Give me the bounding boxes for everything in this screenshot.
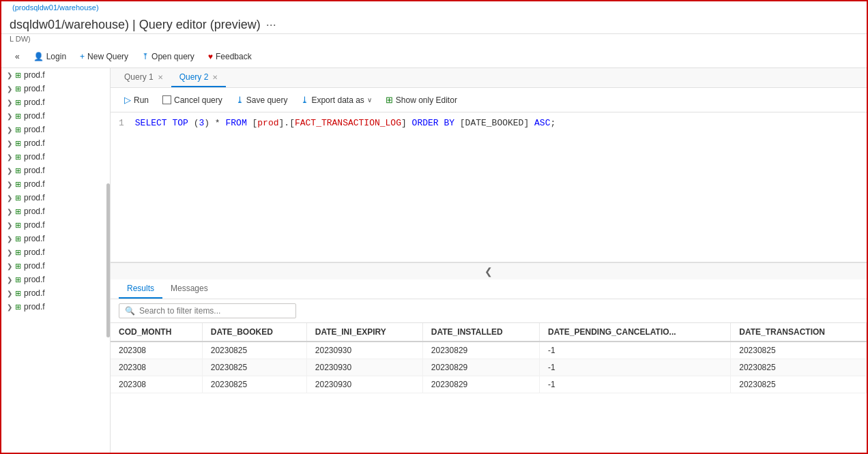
list-item[interactable]: ❯ ⊞ prod.f xyxy=(1,300,110,314)
list-item[interactable]: ❯ ⊞ prod.f xyxy=(1,177,110,191)
cell-date-booked-2: 20230825 xyxy=(202,359,306,376)
col-header-date-booked: DATE_BOOKED xyxy=(202,323,306,342)
app-window: (prodsqldw01/warehouse) dsqldw01/warehou… xyxy=(0,0,868,454)
table-icon: ⊞ xyxy=(15,303,21,312)
list-item[interactable]: ❯ ⊞ prod.f xyxy=(1,205,110,218)
list-item[interactable]: ❯ ⊞ prod.f xyxy=(1,123,110,136)
sidebar-item-label: prod.f xyxy=(24,125,45,134)
tab-close-icon[interactable]: ✕ xyxy=(158,74,163,81)
chevron-right-icon: ❯ xyxy=(7,208,12,215)
chevron-right-icon: ❯ xyxy=(7,303,12,311)
chevron-right-icon: ❯ xyxy=(7,126,12,134)
tab-query2[interactable]: Query 2 ✕ xyxy=(171,68,227,87)
run-button[interactable]: ▷ Run xyxy=(119,92,154,108)
tab-query1[interactable]: Query 1 ✕ xyxy=(116,68,171,87)
list-item[interactable]: ❯ ⊞ prod.f xyxy=(1,232,110,245)
download-icon: ⤓ xyxy=(236,95,244,105)
cell-date-transaction-3: 20230825 xyxy=(731,376,867,393)
list-item[interactable]: ❯ ⊞ prod.f xyxy=(1,82,110,95)
sql-asc: ASC xyxy=(534,118,550,128)
cell-date-pending-1: -1 xyxy=(540,342,731,359)
line-number: 1 xyxy=(119,118,124,128)
cell-date-installed-1: 20230829 xyxy=(422,342,539,359)
top-link[interactable]: (prodsqldw01/warehouse) xyxy=(7,1,104,14)
tab-close-icon2[interactable]: ✕ xyxy=(212,74,218,81)
tab-results[interactable]: Results xyxy=(119,279,162,299)
login-button[interactable]: 👤 Login xyxy=(28,49,72,64)
results-panel: Results Messages 🔍 xyxy=(111,279,867,453)
top-link-bar: (prodsqldw01/warehouse) xyxy=(1,1,867,14)
run-label: Run xyxy=(134,95,149,105)
sidebar-item-label: prod.f xyxy=(24,70,45,80)
show-editor-button[interactable]: ⊞ Show only Editor xyxy=(380,92,463,108)
save-query-button[interactable]: ⤓ Save query xyxy=(231,92,293,108)
tab-messages[interactable]: Messages xyxy=(162,279,216,299)
more-options-icon[interactable]: ··· xyxy=(266,18,276,32)
save-label: Save query xyxy=(246,95,288,105)
list-item[interactable]: ❯ ⊞ prod.f xyxy=(1,191,110,205)
list-item[interactable]: ❯ ⊞ prod.f xyxy=(1,164,110,177)
cell-date-ini-expiry-2: 20230930 xyxy=(306,359,422,376)
collapse-sidebar-button[interactable]: « xyxy=(10,49,25,64)
collapse-handle[interactable]: ❮ xyxy=(111,262,867,279)
cell-date-pending-3: -1 xyxy=(540,376,731,393)
upload-icon: ⤒ xyxy=(142,52,149,61)
list-item[interactable]: ❯ ⊞ prod.f xyxy=(1,286,110,300)
sidebar-item-label: prod.f xyxy=(24,234,45,243)
sql-table: FACT_TRANSACTION_LOG xyxy=(295,118,401,128)
search-input[interactable] xyxy=(139,306,289,316)
sidebar-item-label: prod.f xyxy=(24,288,45,298)
chevron-down-icon: ∨ xyxy=(367,96,372,104)
list-item[interactable]: ❯ ⊞ prod.f xyxy=(1,218,110,232)
sql-from: FROM xyxy=(225,118,246,128)
list-item[interactable]: ❯ ⊞ prod.f xyxy=(1,109,110,123)
cell-date-booked-3: 20230825 xyxy=(202,376,306,393)
sidebar-item-label: prod.f xyxy=(24,275,45,284)
top-toolbar: « 👤 Login + New Query ⤒ Open query ♥ Fee… xyxy=(1,46,867,68)
col-header-date-transaction: DATE_TRANSACTION xyxy=(731,323,867,342)
export-data-button[interactable]: ⤓ Export data as ∨ xyxy=(295,92,377,108)
table-icon: ⊞ xyxy=(15,98,21,107)
open-query-label: Open query xyxy=(151,52,194,61)
sidebar-item-label: prod.f xyxy=(24,97,45,107)
cell-cod-month-3: 202308 xyxy=(111,376,202,393)
sidebar-item-label: prod.f xyxy=(24,152,45,162)
table-icon: ⊞ xyxy=(15,180,21,189)
tab-query2-label: Query 2 xyxy=(179,72,209,82)
chevron-right-icon: ❯ xyxy=(7,262,12,270)
cell-cod-month-1: 202308 xyxy=(111,342,202,359)
list-item[interactable]: ❯ ⊞ prod.f xyxy=(1,68,110,82)
open-query-button[interactable]: ⤒ Open query xyxy=(136,49,200,64)
cancel-query-button[interactable]: Cancel query xyxy=(157,93,228,108)
table-icon: ⊞ xyxy=(15,262,21,271)
sidebar-item-label: prod.f xyxy=(24,179,45,189)
sql-editor[interactable]: 1SELECT TOP (3) * FROM [prod].[FACT_TRAN… xyxy=(111,112,867,262)
chevron-right-icon: ❯ xyxy=(7,85,12,93)
chevron-right-icon: ❯ xyxy=(7,290,12,297)
person-icon: 👤 xyxy=(33,52,44,61)
sidebar-item-label: prod.f xyxy=(24,84,45,93)
sidebar-scrollbar[interactable] xyxy=(106,183,110,337)
table-icon: ⊞ xyxy=(15,221,21,230)
export-label: Export data as xyxy=(311,95,364,105)
feedback-button[interactable]: ♥ Feedback xyxy=(203,49,257,64)
table-icon: ⊞ xyxy=(15,71,21,80)
chevron-right-icon: ❯ xyxy=(7,140,12,147)
play-icon: ▷ xyxy=(124,95,131,105)
table-icon: ⊞ xyxy=(15,85,21,93)
chevron-right-icon: ❯ xyxy=(7,167,12,175)
sidebar: ❯ ⊞ prod.f ❯ ⊞ prod.f ❯ ⊞ prod.f ❯ ⊞ pro… xyxy=(1,68,111,453)
list-item[interactable]: ❯ ⊞ prod.f xyxy=(1,95,110,109)
list-item[interactable]: ❯ ⊞ prod.f xyxy=(1,259,110,273)
table-row: 202308 20230825 20230930 20230829 -1 202… xyxy=(111,359,867,376)
new-query-button[interactable]: + New Query xyxy=(74,49,134,64)
list-item[interactable]: ❯ ⊞ prod.f xyxy=(1,245,110,259)
list-item[interactable]: ❯ ⊞ prod.f xyxy=(1,150,110,164)
list-item[interactable]: ❯ ⊞ prod.f xyxy=(1,136,110,150)
chevron-right-icon: ❯ xyxy=(7,153,12,161)
list-item[interactable]: ❯ ⊞ prod.f xyxy=(1,273,110,286)
sidebar-item-label: prod.f xyxy=(24,220,45,230)
tab-query1-label: Query 1 xyxy=(124,72,154,82)
table-row: 202308 20230825 20230930 20230829 -1 202… xyxy=(111,342,867,359)
show-editor-label: Show only Editor xyxy=(396,95,457,105)
